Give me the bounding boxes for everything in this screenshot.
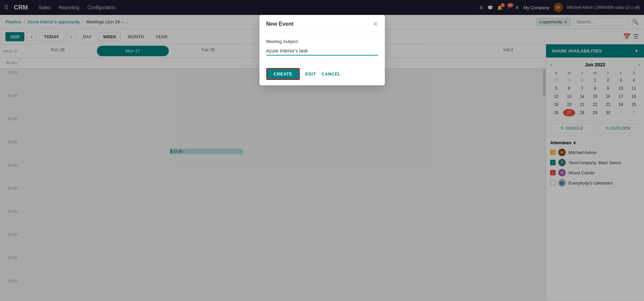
meeting-subject-label: Meeting Subject: bbox=[266, 39, 378, 44]
modal-header: New Event ✕ bbox=[259, 15, 385, 32]
create-button[interactable]: CREATE bbox=[266, 68, 300, 80]
modal-body: Meeting Subject: bbox=[259, 32, 385, 62]
modal-title: New Event bbox=[266, 21, 294, 27]
new-event-modal: New Event ✕ Meeting Subject: CREATE EDIT… bbox=[259, 15, 385, 85]
modal-footer: CREATE EDIT CANCEL bbox=[259, 62, 385, 85]
edit-button[interactable]: EDIT bbox=[305, 71, 316, 77]
cancel-button[interactable]: CANCEL bbox=[321, 71, 341, 77]
modal-close-button[interactable]: ✕ bbox=[373, 20, 378, 28]
modal-overlay[interactable]: New Event ✕ Meeting Subject: CREATE EDIT… bbox=[0, 0, 644, 301]
meeting-subject-input[interactable] bbox=[266, 47, 378, 56]
